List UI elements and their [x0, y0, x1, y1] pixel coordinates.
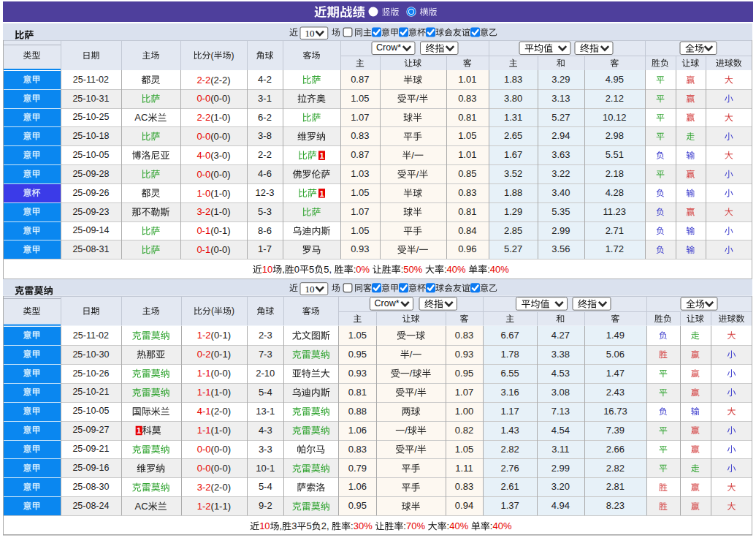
svg-text:40%: 40%	[492, 520, 511, 531]
svg-text:0.93: 0.93	[455, 349, 473, 360]
svg-text:0.94: 0.94	[455, 500, 473, 511]
svg-text:/: /	[414, 444, 417, 455]
svg-text:/: /	[416, 244, 419, 255]
svg-text:1.31: 1.31	[504, 112, 522, 123]
svg-text:1.05: 1.05	[351, 225, 369, 236]
svg-text:0%: 0%	[356, 264, 370, 275]
svg-text:0: 0	[294, 264, 299, 275]
svg-text:/: /	[410, 349, 413, 360]
svg-text:25-09-16: 25-09-16	[72, 463, 109, 473]
svg-text:0.87: 0.87	[351, 74, 369, 85]
svg-text:(1-0): (1-0)	[211, 425, 231, 436]
svg-text:1.07: 1.07	[455, 387, 473, 398]
svg-text:1-2: 1-2	[197, 501, 211, 512]
svg-text:(3-0): (3-0)	[210, 150, 230, 161]
svg-text:0-1: 0-1	[196, 244, 210, 255]
svg-text:(: (	[211, 50, 214, 61]
svg-text:2.99: 2.99	[551, 463, 570, 474]
svg-text:1-1: 1-1	[197, 387, 211, 398]
svg-text:1.72: 1.72	[606, 243, 624, 254]
svg-text:4.27: 4.27	[551, 330, 570, 341]
svg-text:0.83: 0.83	[458, 93, 476, 104]
svg-text:(0-1): (0-1)	[211, 330, 231, 341]
svg-text:1.78: 1.78	[500, 349, 519, 360]
svg-text:/: /	[414, 387, 417, 398]
svg-text:Crow*: Crow*	[375, 298, 400, 308]
svg-text:0.93: 0.93	[348, 368, 367, 379]
svg-text:70%: 70%	[406, 520, 425, 531]
svg-text:(1-0): (1-0)	[211, 387, 231, 398]
svg-text:1.11: 1.11	[455, 463, 473, 474]
svg-text:5: 5	[306, 520, 311, 531]
svg-text:1.88: 1.88	[504, 187, 522, 198]
svg-text:0.87: 0.87	[351, 149, 369, 160]
svg-text:2.61: 2.61	[500, 481, 519, 492]
svg-text:(1-0): (1-0)	[210, 112, 230, 123]
svg-text:0.81: 0.81	[458, 112, 476, 123]
svg-text:8-6: 8-6	[258, 225, 272, 236]
svg-text:(0-0): (0-0)	[210, 131, 230, 142]
svg-text:,: ,	[280, 520, 283, 531]
svg-text:1.01: 1.01	[458, 74, 476, 85]
svg-text:2.66: 2.66	[606, 444, 625, 455]
svg-text:0.84: 0.84	[458, 225, 476, 236]
svg-text:(0-0): (0-0)	[211, 463, 231, 474]
svg-text:(0-0): (0-0)	[210, 169, 230, 180]
svg-text:2.65: 2.65	[504, 130, 522, 141]
svg-text:2.94: 2.94	[551, 130, 570, 141]
svg-text:1.06: 1.06	[348, 425, 367, 436]
svg-text:3-8: 3-8	[258, 130, 272, 141]
svg-text:3.08: 3.08	[551, 387, 570, 398]
svg-text:4-3: 4-3	[259, 425, 272, 436]
svg-text:3-3: 3-3	[259, 444, 272, 455]
svg-text:3.13: 3.13	[551, 93, 570, 104]
svg-text:1-1: 1-1	[197, 425, 211, 436]
svg-text:2.85: 2.85	[504, 225, 522, 236]
svg-text:3.52: 3.52	[504, 168, 522, 179]
svg-text:2-3: 2-3	[259, 330, 272, 341]
svg-text:(0-0): (0-0)	[211, 444, 231, 455]
svg-text:2-2: 2-2	[196, 75, 210, 86]
svg-text:0-1: 0-1	[196, 225, 210, 236]
svg-text:12-3: 12-3	[255, 187, 274, 198]
svg-text:0.79: 0.79	[348, 463, 367, 474]
svg-text:0.95: 0.95	[455, 368, 473, 379]
svg-text:/: /	[416, 93, 419, 104]
svg-text:1.03: 1.03	[351, 168, 369, 179]
svg-text:5.35: 5.35	[551, 206, 570, 217]
svg-text:Crow*: Crow*	[376, 42, 401, 53]
svg-text:0.95: 0.95	[348, 500, 367, 511]
svg-text:2.12: 2.12	[606, 93, 624, 104]
svg-text:0.83: 0.83	[348, 444, 367, 455]
svg-text:0.85: 0.85	[458, 168, 476, 179]
svg-text:1.07: 1.07	[351, 112, 369, 123]
svg-text:1: 1	[137, 426, 141, 435]
svg-text:0.83: 0.83	[455, 481, 473, 492]
svg-text:1.05: 1.05	[455, 444, 473, 455]
svg-text:0.82: 0.82	[455, 425, 473, 436]
svg-text:2-2: 2-2	[196, 112, 210, 123]
svg-text:50%: 50%	[403, 264, 422, 275]
svg-text:3.63: 3.63	[551, 149, 570, 160]
svg-text:1: 1	[319, 189, 324, 198]
svg-text:40%: 40%	[449, 520, 468, 531]
svg-text:1-0: 1-0	[196, 188, 210, 199]
svg-text:5,: 5,	[324, 264, 332, 275]
svg-text:25-10-26: 25-10-26	[72, 368, 109, 379]
svg-text:0.83: 0.83	[455, 330, 473, 341]
svg-text:11.23: 11.23	[603, 206, 627, 217]
svg-text:8.23: 8.23	[606, 500, 625, 511]
svg-text:1.06: 1.06	[348, 481, 367, 492]
svg-text:1-1: 1-1	[197, 368, 211, 379]
svg-text:(0-1): (0-1)	[210, 225, 230, 236]
svg-text:0.95: 0.95	[348, 349, 367, 360]
svg-text:25-08-24: 25-08-24	[72, 501, 109, 511]
svg-text:(1-0): (1-0)	[210, 188, 230, 199]
svg-text:(1-0): (1-0)	[210, 206, 230, 217]
svg-text:2,: 2,	[321, 520, 329, 531]
svg-text:5-4: 5-4	[259, 387, 272, 398]
svg-text:3-2: 3-2	[196, 206, 210, 217]
svg-text:25-10-18: 25-10-18	[72, 131, 109, 141]
svg-text:4.28: 4.28	[606, 187, 624, 198]
svg-text:3.38: 3.38	[551, 349, 570, 360]
